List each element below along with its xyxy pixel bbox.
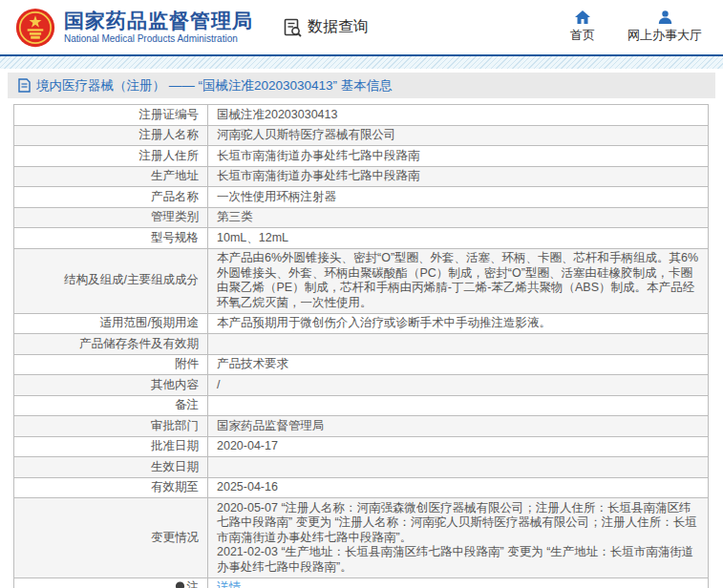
site-title-block: 国家药品监督管理局 National Medical Products Admi… [64,10,253,45]
row-label: 注册人名称 [14,125,208,146]
person-icon [658,10,672,24]
row-label: 注册人住所 [14,146,208,167]
row-value: 一次性使用环柄注射器 [208,187,709,208]
row-label: 有效期至 [14,477,208,498]
row-value: 第三类 [208,207,709,228]
row-value: 长垣市南蒲街道办事处纬七路中段路南 [208,146,709,167]
row-value: 产品技术要求 [208,354,709,375]
row-value: 详情 [208,578,709,588]
nav-item-home[interactable]: 首页 [570,10,595,44]
row-value [208,457,709,478]
table-row: 型号规格10mL、12mL [14,228,709,249]
nav-item-service-hall[interactable]: 网上办事大厅 [627,10,702,44]
row-label: 变更情况 [14,498,208,578]
table-row: 管理类别第三类 [14,207,709,228]
row-label: 附件 [14,354,208,375]
detail-link[interactable]: 详情 [217,580,241,588]
nav-item-service-hall-label: 网上办事大厅 [627,27,702,44]
row-label: 管理类别 [14,207,208,228]
row-label: 备注 [14,395,208,416]
row-value: 国械注准20203030413 [208,105,709,126]
document-icon [18,78,31,93]
nav-item-home-label: 首页 [570,27,595,44]
row-value [208,395,709,416]
row-label: 产品名称 [14,187,208,208]
data-query-label: 数据查询 [308,17,369,37]
row-label: 其他内容 [14,375,208,396]
table-row: 附件产品技术要求 [14,354,709,375]
row-label: 适用范围/预期用途 [14,313,208,334]
breadcrumb: 境内医疗器械（注册） —— “国械注准20203030413” 基本信息 [8,73,715,98]
row-label: 注册证编号 [14,105,208,126]
site-logo: 国家药品监督管理局 National Medical Products Admi… [15,8,253,48]
breadcrumb-text: 境内医疗器械（注册） —— “国械注准20203030413” 基本信息 [36,77,393,94]
table-row: 适用范围/预期用途本产品预期用于微创伤介入治疗或诊断手术中手动推注造影液。 [14,313,709,334]
table-row: 有效期至2025-04-16 [14,477,709,498]
row-value: 河南驼人贝斯特医疗器械有限公司 [208,125,709,146]
row-value: 2020-05-07 “注册人名称：河南强森微创医疗器械有限公司；注册人住所：长… [208,498,709,578]
table-row: 变更情况2020-05-07 “注册人名称：河南强森微创医疗器械有限公司；注册人… [14,498,709,578]
table-row: 批准日期2020-04-17 [14,436,709,457]
table-row: 备注 [14,395,709,416]
row-value: 长垣市南蒲街道办事处纬七路中段路南 [208,166,709,187]
row-label: 生产地址 [14,166,208,187]
row-label: 审批部门 [14,416,208,437]
table-row: 注详情 [14,578,709,588]
table-row: 注册人住所长垣市南蒲街道办事处纬七路中段路南 [14,146,709,167]
row-label: 型号规格 [14,228,208,249]
site-title: 国家药品监督管理局 [64,10,253,32]
row-value [208,334,709,355]
table-row: 注册证编号国械注准20203030413 [14,105,709,126]
note-balloon-icon [175,581,185,588]
row-label: 结构及组成/主要组成成分 [14,248,208,313]
page-header: 国家药品监督管理局 National Medical Products Admi… [0,0,723,54]
row-label: 生效日期 [14,457,208,478]
row-value: 本产品预期用于微创伤介入治疗或诊断手术中手动推注造影液。 [208,313,709,334]
table-row: 生产地址长垣市南蒲街道办事处纬七路中段路南 [14,166,709,187]
table-row: 结构及组成/主要组成成分本产品由6%外圆锥接头、密封“O”型圈、外套、活塞、环柄… [14,248,709,313]
home-icon [575,10,590,24]
row-value: / [208,375,709,396]
info-table-body: 注册证编号国械注准20203030413注册人名称河南驼人贝斯特医疗器械有限公司… [14,105,709,588]
table-row: 生效日期 [14,457,709,478]
table-row: 注册人名称河南驼人贝斯特医疗器械有限公司 [14,125,709,146]
row-value: 国家药品监督管理局 [208,416,709,437]
row-value: 本产品由6%外圆锥接头、密封“O”型圈、外套、活塞、环柄、卡圈、芯杆和手柄组成。… [208,248,709,313]
decorative-striped-band [0,56,723,69]
table-row: 产品储存条件及有效期 [14,334,709,355]
row-value: 2025-04-16 [208,477,709,498]
document-search-icon [282,17,303,38]
table-row: 审批部门国家药品监督管理局 [14,416,709,437]
row-value: 2020-04-17 [208,436,709,457]
table-row: 产品名称一次性使用环柄注射器 [14,187,709,208]
row-label: 产品储存条件及有效期 [14,334,208,355]
national-emblem-icon [15,8,55,48]
site-subtitle: National Medical Products Administration [64,32,253,45]
row-label: 注 [14,578,208,588]
data-query-button[interactable]: 数据查询 [282,17,369,38]
registration-info-table: 注册证编号国械注准20203030413注册人名称河南驼人贝斯特医疗器械有限公司… [13,104,709,588]
table-row: 其他内容/ [14,375,709,396]
row-value: 10mL、12mL [208,228,709,249]
row-label: 批准日期 [14,436,208,457]
top-nav: 首页 网上办事大厅 [570,10,704,44]
